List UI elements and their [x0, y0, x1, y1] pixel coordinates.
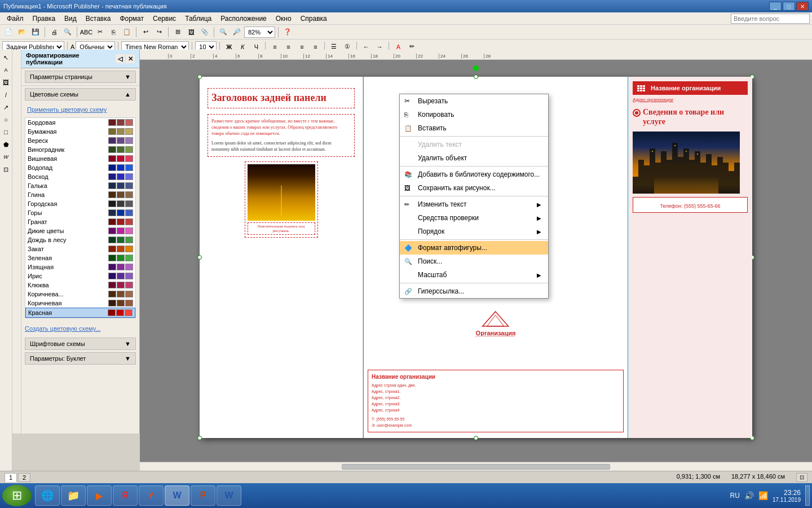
menu-window[interactable]: Окно: [271, 14, 296, 24]
color-item-veresk[interactable]: Вереск: [25, 136, 135, 145]
pub-city-image[interactable]: [633, 132, 740, 194]
menu-service[interactable]: Сервис: [148, 14, 180, 24]
color-item-korich2[interactable]: Коричневая: [25, 299, 135, 308]
color-item-klyukva[interactable]: Клюква: [25, 281, 135, 290]
insert-picture-button[interactable]: 🖼: [185, 27, 197, 38]
color-item-gorodskaya[interactable]: Городская: [25, 199, 135, 208]
help-search-input[interactable]: [731, 14, 810, 24]
color-item-granat[interactable]: Гранат: [25, 217, 135, 226]
color-item-vishnevaya[interactable]: Вишневая: [25, 154, 135, 163]
menu-help[interactable]: Справка: [296, 14, 332, 24]
crop-tool[interactable]: ⊡: [1, 164, 12, 175]
color-item-voshod[interactable]: Восход: [25, 172, 135, 181]
ctx-search[interactable]: 🔍 Поиск...: [400, 255, 548, 268]
paste-button[interactable]: 📋: [121, 27, 133, 38]
zoom-in-button[interactable]: 🔍: [217, 27, 230, 38]
color-item-zelenaya[interactable]: Зеленая: [25, 253, 135, 262]
menu-insert[interactable]: Вставка: [81, 14, 116, 24]
color-item-gory[interactable]: Горы: [25, 208, 135, 217]
autoshape-tool[interactable]: ⬟: [1, 139, 12, 150]
maximize-button[interactable]: □: [783, 2, 795, 11]
taskbar-explorer[interactable]: 📁: [61, 485, 86, 506]
pub-text-box[interactable]: Разместите здесь краткое обобщенные, но …: [208, 114, 355, 157]
color-item-vodopad[interactable]: Водопад: [25, 163, 135, 172]
color-item-krasnaya[interactable]: Красная: [25, 308, 135, 318]
color-item-izyaschnaya[interactable]: Изящная: [25, 262, 135, 271]
preview-button[interactable]: 🔍: [61, 27, 74, 38]
line-tool[interactable]: /: [1, 89, 12, 100]
ctx-save-picture[interactable]: 🖼 Сохранить как рисунок...: [400, 181, 548, 195]
menu-view[interactable]: Вид: [60, 14, 81, 24]
undo-button[interactable]: ↩: [139, 27, 152, 38]
color-item-zakat[interactable]: Закат: [25, 244, 135, 253]
apply-scheme-link[interactable]: Применить цветовую схему: [27, 106, 107, 113]
select-tool[interactable]: ↖: [1, 52, 12, 63]
taskbar-word[interactable]: W: [165, 485, 189, 506]
ctx-scale[interactable]: Масштаб ▶: [400, 268, 548, 282]
ctx-cut[interactable]: ✂ Вырезать: [400, 94, 548, 108]
save-button[interactable]: 💾: [29, 27, 42, 38]
taskbar-yandex[interactable]: Я: [113, 485, 138, 506]
insert-clip-button[interactable]: 📎: [198, 27, 211, 38]
pub-product-heading[interactable]: Сведения о товаре или услуге: [633, 108, 748, 127]
font-schemes-section[interactable]: Шрифтовые схемы ▼: [25, 338, 136, 350]
org-logo-area[interactable]: Организация: [476, 310, 516, 336]
ctx-copy[interactable]: ⎘ Копировать: [400, 108, 548, 121]
show-desktop-button[interactable]: [805, 485, 810, 506]
help-button[interactable]: ❓: [281, 27, 294, 38]
menu-format[interactable]: Формат: [115, 14, 148, 24]
page-params-section[interactable]: Параметры страницы ▼: [25, 71, 136, 83]
menu-table[interactable]: Таблица: [180, 14, 216, 24]
org-info-box[interactable]: Название организации Адрес строка один, …: [368, 370, 624, 432]
color-item-iris[interactable]: Ирис: [25, 271, 135, 281]
print-button[interactable]: 🖨: [48, 27, 60, 38]
open-button[interactable]: 📂: [16, 27, 28, 38]
h-scrollbar[interactable]: [140, 462, 812, 471]
ctx-hyperlink[interactable]: 🔗 Гиперссылка...: [400, 284, 548, 298]
ctx-change-text[interactable]: ✏ Изменить текст ▶: [400, 198, 548, 211]
picture-tool[interactable]: 🖼: [1, 77, 12, 88]
menu-file[interactable]: Файл: [2, 14, 28, 24]
color-item-glina[interactable]: Глина: [25, 190, 135, 199]
rotate-handle[interactable]: [473, 65, 479, 71]
insert-table-button[interactable]: ⊞: [171, 27, 184, 38]
page-tab-2[interactable]: 2: [18, 473, 30, 482]
ctx-format-shape[interactable]: 🔷 Формат автофигуры...: [400, 241, 548, 255]
color-item-korich1[interactable]: Коричнева...: [25, 290, 135, 299]
taskbar-ie[interactable]: 🌐: [35, 485, 60, 506]
color-item-dozhd[interactable]: Дождь в лесу: [25, 235, 135, 244]
menu-edit[interactable]: Правка: [28, 14, 60, 24]
taskbar-word2[interactable]: W: [217, 485, 241, 506]
text-tool[interactable]: A: [1, 64, 12, 76]
spell-button[interactable]: ABC: [80, 27, 92, 38]
color-item-dikie[interactable]: Дикие цветы: [25, 226, 135, 235]
ctx-delete-obj[interactable]: Удалить объект: [400, 151, 548, 165]
cut-button[interactable]: ✂: [94, 27, 106, 38]
arrow-tool[interactable]: ↗: [1, 102, 12, 113]
close-button[interactable]: ✕: [796, 2, 809, 11]
zoom-out-button[interactable]: 🔎: [231, 27, 243, 38]
h-scrollbar-thumb[interactable]: [342, 464, 611, 470]
ctx-order[interactable]: Порядок ▶: [400, 225, 548, 238]
pub-image-area[interactable]: Пояснительная подпись под рисунком.: [245, 161, 318, 238]
canvas-area[interactable]: Заголовок задней панели Разместите здесь…: [140, 60, 812, 471]
color-item-vinograd[interactable]: Виноградник: [25, 145, 135, 154]
panel-nav-back[interactable]: ◁: [116, 54, 125, 63]
rect-tool[interactable]: □: [1, 126, 12, 138]
ctx-paste[interactable]: 📋 Вставить: [400, 121, 548, 135]
taskbar-media[interactable]: ▶: [87, 485, 112, 506]
layout-section[interactable]: Параметры: Буклет ▼: [25, 352, 136, 365]
new-button[interactable]: 📄: [2, 27, 15, 38]
color-item-galka[interactable]: Галька: [25, 181, 135, 190]
pub-heading-box[interactable]: Заголовок задней панели: [208, 88, 355, 108]
ctx-check-tools[interactable]: Средства проверки ▶: [400, 211, 548, 225]
page-tab-1[interactable]: 1: [5, 473, 17, 482]
start-button[interactable]: ⊞: [2, 485, 32, 506]
taskbar-ppt[interactable]: P: [191, 485, 215, 506]
color-item-bumazhnaya[interactable]: Бумажная: [25, 127, 135, 136]
color-item-bordovaya[interactable]: Бордовая: [25, 118, 135, 127]
minimize-button[interactable]: _: [769, 2, 782, 11]
taskbar-yb[interactable]: Y: [139, 485, 164, 506]
ctx-add-library[interactable]: 📚 Добавить в библиотеку содержимого...: [400, 168, 548, 181]
menu-layout[interactable]: Расположение: [216, 14, 271, 24]
